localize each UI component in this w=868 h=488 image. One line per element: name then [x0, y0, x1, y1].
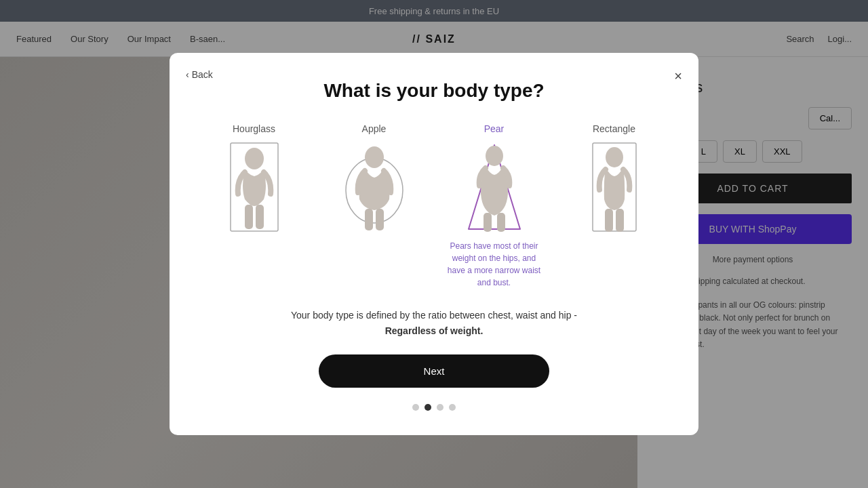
- svg-rect-10: [245, 205, 253, 229]
- modal-close-button[interactable]: ×: [674, 69, 682, 83]
- svg-rect-18: [497, 213, 505, 232]
- dot-4: [449, 404, 456, 411]
- svg-rect-22: [616, 209, 624, 232]
- svg-point-13: [365, 146, 384, 168]
- apple-label: Apple: [362, 123, 387, 134]
- modal-back-button[interactable]: ‹ Back: [186, 69, 213, 80]
- pear-figure: [460, 140, 528, 235]
- back-label: Back: [192, 69, 213, 80]
- svg-point-20: [606, 147, 623, 167]
- info-line2: Regardless of weight.: [385, 325, 484, 336]
- apple-svg: [340, 140, 408, 235]
- dot-1: [412, 404, 419, 411]
- pear-svg: [460, 140, 528, 235]
- svg-rect-21: [605, 209, 613, 232]
- body-type-rectangle[interactable]: Rectangle: [562, 123, 666, 235]
- hourglass-svg: [220, 140, 288, 235]
- pear-label: Pear: [484, 123, 505, 134]
- body-type-pear[interactable]: Pear Pears have most of their weigh: [442, 123, 546, 289]
- rectangle-figure: [580, 140, 648, 235]
- svg-rect-17: [484, 213, 492, 232]
- hourglass-figure: [220, 140, 288, 235]
- body-type-modal: ‹ Back × What is your body type? Hourgla…: [170, 53, 698, 435]
- svg-rect-11: [256, 205, 264, 229]
- modal-title: What is your body type?: [323, 80, 544, 102]
- apple-figure: [340, 140, 408, 235]
- svg-point-9: [245, 148, 264, 169]
- rectangle-label: Rectangle: [593, 123, 635, 134]
- dot-3: [437, 404, 443, 411]
- body-type-apple[interactable]: Apple: [322, 123, 426, 235]
- modal-overlay: ‹ Back × What is your body type? Hourgla…: [0, 0, 868, 488]
- next-button[interactable]: Next: [319, 354, 549, 388]
- svg-rect-15: [376, 209, 384, 230]
- hourglass-label: Hourglass: [233, 123, 275, 134]
- rectangle-svg: [580, 140, 648, 235]
- dot-2: [425, 404, 431, 411]
- svg-rect-14: [365, 209, 373, 230]
- svg-point-16: [486, 146, 503, 166]
- body-types-container: Hourglass: [202, 123, 666, 289]
- pear-desc: Pears have most of their weight on the h…: [447, 240, 542, 289]
- body-type-hourglass[interactable]: Hourglass: [202, 123, 306, 235]
- info-line1: Your body type is defined by the ratio b…: [291, 310, 577, 321]
- back-chevron-icon: ‹: [186, 69, 189, 80]
- info-text: Your body type is defined by the ratio b…: [291, 308, 577, 338]
- pagination-dots: [412, 404, 456, 411]
